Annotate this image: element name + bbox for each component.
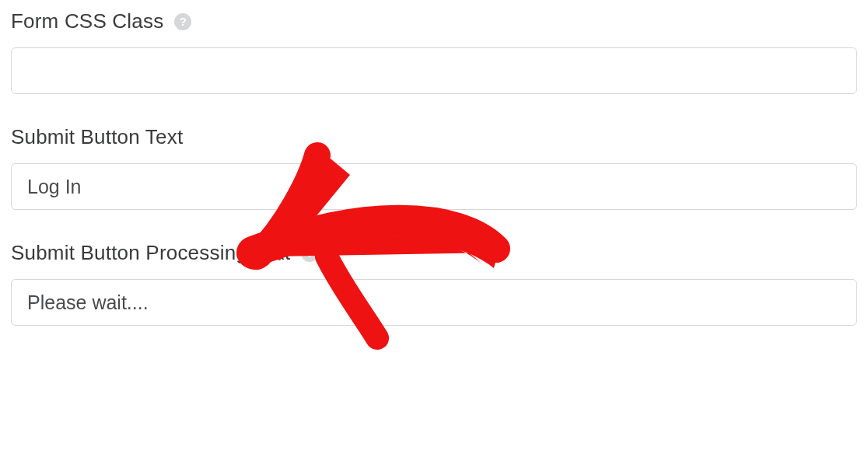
label-line: Form CSS Class ?: [11, 9, 857, 33]
submit-button-processing-text-row: Submit Button Processing Text ?: [11, 241, 857, 326]
form-css-class-input[interactable]: [11, 47, 857, 94]
submit-button-text-row: Submit Button Text: [11, 125, 857, 210]
form-css-class-row: Form CSS Class ?: [11, 9, 857, 94]
form-css-class-label: Form CSS Class: [11, 9, 163, 33]
submit-button-text-input[interactable]: [11, 163, 857, 210]
help-icon[interactable]: ?: [174, 13, 191, 30]
submit-button-processing-text-label: Submit Button Processing Text: [11, 241, 290, 265]
label-line: Submit Button Text: [11, 125, 857, 149]
submit-button-text-label: Submit Button Text: [11, 125, 183, 149]
submit-button-processing-text-input[interactable]: [11, 279, 857, 326]
help-icon[interactable]: ?: [301, 245, 318, 262]
label-line: Submit Button Processing Text ?: [11, 241, 857, 265]
